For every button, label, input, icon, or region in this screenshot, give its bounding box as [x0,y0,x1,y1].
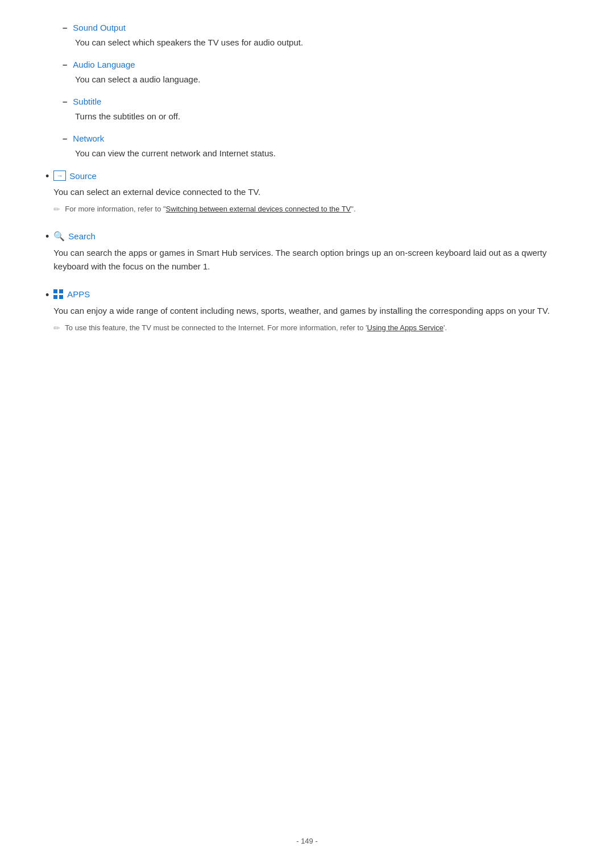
search-icon: 🔍 [53,231,65,242]
network-desc: You can view the current network and Int… [63,147,569,160]
apps-note-link[interactable]: Using the Apps Service [367,323,443,332]
source-icon: → [53,171,66,181]
bullet-apps: • [45,289,49,301]
network-link[interactable]: Network [73,134,104,143]
bullet-source: • [45,171,49,182]
pencil-icon-apps: ✏ [53,323,60,333]
main-item-apps: • APPS You can enjoy a wide range of con… [45,289,569,338]
sub-item-audio-language: – Audio Language You can select a audio … [63,60,569,86]
sub-item-network: – Network You can view the current netwo… [63,134,569,160]
apps-note-before: To use this feature, the TV must be conn… [65,323,367,332]
sub-item-subtitle: – Subtitle Turns the subtitles on or off… [63,97,569,123]
search-desc: You can search the apps or games in Smar… [53,246,569,273]
audio-language-desc: You can select a audio language. [63,73,569,86]
sub-list: – Sound Output You can select which spea… [45,23,569,160]
content-area: – Sound Output You can select which spea… [45,23,569,338]
apps-note-text: To use this feature, the TV must be conn… [65,322,447,334]
dash-subtitle: – [63,97,67,106]
pencil-icon-source: ✏ [53,205,60,214]
page-number: - 149 - [0,837,614,845]
search-content: 🔍 Search You can search the apps or game… [53,231,569,278]
dash-audio-language: – [63,60,67,69]
apps-note-after: '. [443,323,447,332]
subtitle-desc: Turns the subtitles on or off. [63,110,569,123]
sound-output-desc: You can select which speakers the TV use… [63,36,569,49]
source-note-text: For more information, refer to "Switchin… [65,203,355,215]
source-note: ✏ For more information, refer to "Switch… [53,203,569,215]
sound-output-link[interactable]: Sound Output [73,23,126,32]
apps-note: ✏ To use this feature, the TV must be co… [53,322,569,334]
apps-icon [53,289,64,300]
sub-item-audio-language-header: – Audio Language [63,60,569,69]
main-item-source: • → Source You can select an external de… [45,171,569,219]
apps-content: APPS You can enjoy a wide range of conte… [53,289,569,338]
bullet-search: • [45,231,49,243]
apps-header: APPS [53,289,569,300]
apps-link[interactable]: APPS [67,289,90,299]
source-note-after: ". [351,205,355,213]
main-item-search: • 🔍 Search You can search the apps or ga… [45,231,569,278]
sub-item-network-header: – Network [63,134,569,143]
sub-item-subtitle-header: – Subtitle [63,97,569,106]
source-note-link[interactable]: Switching between external devices conne… [166,205,351,213]
apps-desc: You can enjoy a wide range of content in… [53,304,569,318]
sub-item-sound-output-header: – Sound Output [63,23,569,32]
source-link[interactable]: Source [69,171,97,181]
source-desc: You can select an external device connec… [53,185,569,199]
dash-network: – [63,134,67,143]
search-link[interactable]: Search [68,231,96,241]
subtitle-link[interactable]: Subtitle [73,97,101,106]
source-header: → Source [53,171,569,181]
search-header: 🔍 Search [53,231,569,242]
sub-item-sound-output: – Sound Output You can select which spea… [63,23,569,49]
dash-sound-output: – [63,23,67,32]
audio-language-link[interactable]: Audio Language [73,60,135,69]
source-note-before: For more information, refer to " [65,205,165,213]
source-content: → Source You can select an external devi… [53,171,569,219]
main-list: • → Source You can select an external de… [45,171,569,338]
